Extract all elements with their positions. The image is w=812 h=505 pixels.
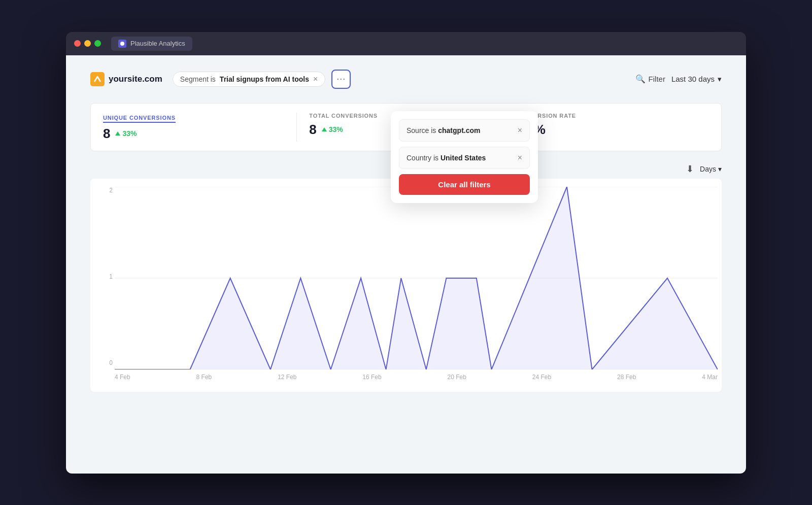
conversion-rate-value-row: 6.7%	[516, 122, 697, 138]
clear-all-filters-button[interactable]: Clear all filters	[399, 174, 530, 195]
unique-conversions-label: UNIQUE CONVERSIONS	[103, 115, 176, 123]
traffic-lights	[74, 40, 101, 47]
total-conversions-change-pct: 33%	[329, 125, 343, 133]
unique-conversions-block[interactable]: UNIQUE CONVERSIONS 8 33%	[103, 113, 297, 142]
y-label-2: 2	[109, 187, 113, 194]
country-filter-prefix: Country is	[407, 154, 441, 162]
logo-icon	[90, 72, 105, 86]
chart-container: 2 1 0 4 Feb 8	[90, 179, 722, 392]
x-label-4mar: 4 Mar	[702, 374, 718, 381]
y-axis-labels: 2 1 0	[94, 187, 113, 366]
tab-favicon	[118, 40, 126, 48]
unique-conversions-change-pct: 33%	[122, 129, 137, 138]
more-filters-button[interactable]: ···	[331, 70, 351, 89]
logo-area: yoursite.com	[90, 72, 162, 86]
x-axis-labels: 4 Feb 8 Feb 12 Feb 16 Feb 20 Feb 24 Feb …	[115, 374, 718, 381]
source-filter-close-icon[interactable]: ×	[518, 126, 522, 135]
close-button[interactable]	[74, 40, 81, 47]
arrow-up-icon-2	[322, 127, 327, 131]
total-conversions-change: 33%	[322, 125, 343, 133]
y-label-1: 1	[109, 273, 113, 280]
content-area: yoursite.com Segment is Trial signups fr…	[66, 55, 746, 474]
segment-pill[interactable]: Segment is Trial signups from AI tools ×	[173, 72, 325, 87]
interval-label: Days	[700, 165, 716, 173]
x-label-24feb: 24 Feb	[532, 374, 551, 381]
x-label-20feb: 20 Feb	[448, 374, 466, 381]
total-conversions-value: 8	[309, 122, 316, 138]
x-label-16feb: 16 Feb	[362, 374, 381, 381]
source-filter-value: chatgpt.com	[438, 126, 480, 134]
unique-conversions-value: 8	[103, 126, 110, 142]
chart-interval-button[interactable]: Days ▾	[700, 165, 722, 173]
chart-svg	[115, 187, 718, 369]
country-filter-text: Country is United States	[407, 154, 486, 162]
country-filter-item[interactable]: Country is United States ×	[399, 147, 530, 169]
x-label-12feb: 12 Feb	[278, 374, 296, 381]
arrow-up-icon	[115, 131, 120, 136]
unique-conversions-value-row: 8 33%	[103, 126, 284, 142]
titlebar: Plausible Analytics	[66, 32, 746, 55]
source-filter-text: Source is chatgpt.com	[407, 126, 480, 134]
filter-label: Filter	[649, 75, 665, 83]
source-filter-item[interactable]: Source is chatgpt.com ×	[399, 119, 530, 142]
date-range-button[interactable]: Last 30 days ▾	[671, 75, 722, 84]
unique-conversions-change: 33%	[115, 129, 137, 138]
x-label-8feb: 8 Feb	[196, 374, 212, 381]
segment-prefix: Segment is	[180, 75, 216, 83]
country-filter-close-icon[interactable]: ×	[518, 153, 522, 162]
conversion-rate-block[interactable]: CONVERSION RATE 6.7%	[516, 113, 709, 142]
segment-value: Trial signups from AI tools	[220, 75, 309, 83]
top-bar: yoursite.com Segment is Trial signups fr…	[90, 70, 722, 89]
browser-tab[interactable]: Plausible Analytics	[111, 37, 192, 51]
site-name[interactable]: yoursite.com	[109, 74, 162, 84]
interval-chevron-icon: ▾	[718, 165, 722, 173]
y-label-0: 0	[109, 359, 113, 366]
country-filter-value: United States	[441, 154, 486, 162]
segment-close-icon[interactable]: ×	[313, 75, 318, 83]
minimize-button[interactable]	[84, 40, 91, 47]
tab-title: Plausible Analytics	[130, 40, 185, 47]
filter-popup: Source is chatgpt.com × Country is Unite…	[391, 111, 538, 203]
more-icon: ···	[336, 74, 346, 84]
download-icon[interactable]: ⬇	[686, 163, 694, 175]
source-filter-prefix: Source is	[407, 126, 438, 134]
date-range-label: Last 30 days	[671, 75, 715, 83]
x-label-4feb: 4 Feb	[115, 374, 130, 381]
browser-window: Plausible Analytics yoursite.com Segment…	[66, 32, 746, 474]
maximize-button[interactable]	[94, 40, 101, 47]
svg-point-0	[120, 42, 124, 46]
search-icon: 🔍	[635, 74, 646, 84]
x-label-28feb: 28 Feb	[617, 374, 636, 381]
filter-button[interactable]: 🔍 Filter	[635, 74, 665, 84]
conversion-rate-label: CONVERSION RATE	[516, 113, 697, 119]
chevron-down-icon: ▾	[718, 75, 722, 84]
